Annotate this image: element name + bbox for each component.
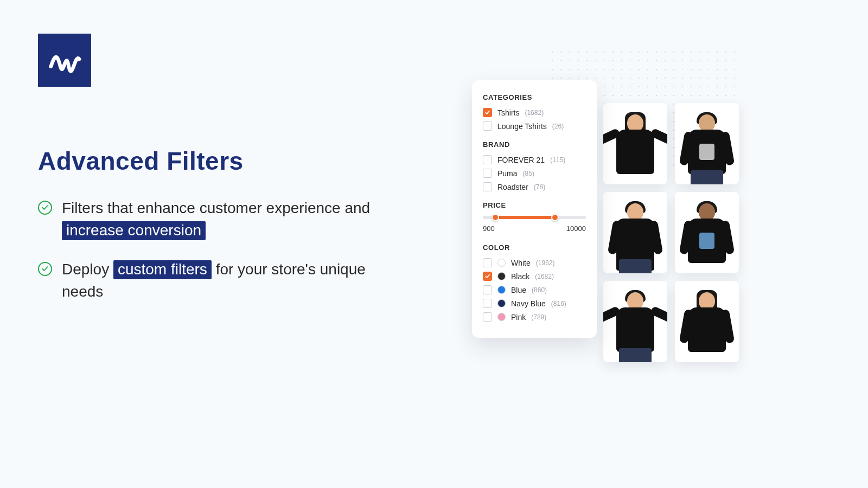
category-option[interactable]: Tshirts (1682) xyxy=(483,108,586,117)
product-grid xyxy=(603,103,739,362)
option-label: Lounge Tshirts xyxy=(497,122,547,131)
option-count: (1682) xyxy=(525,109,544,117)
product-card[interactable] xyxy=(603,103,667,184)
option-label: Tshirts xyxy=(497,108,519,117)
section-title-price: PRICE xyxy=(483,201,586,209)
color-option[interactable]: Blue (860) xyxy=(483,285,586,294)
bullet-item: Deploy custom filters for your store's u… xyxy=(38,259,385,303)
bullet-item: Filters that enhance customer experience… xyxy=(38,197,385,241)
brand-option[interactable]: FOREVER 21 (115) xyxy=(483,155,586,164)
option-count: (85) xyxy=(523,170,534,177)
color-swatch-icon xyxy=(497,299,506,307)
option-count: (1962) xyxy=(536,259,555,267)
option-label: Black xyxy=(511,272,529,281)
brand-options: FOREVER 21 (115) Puma (85) Roadster (78) xyxy=(483,155,586,191)
color-swatch-icon xyxy=(497,286,506,294)
option-count: (26) xyxy=(552,123,564,130)
page-title: Advanced Filters xyxy=(38,146,385,176)
filter-panel: CATEGORIES Tshirts (1682) Lounge Tshirts… xyxy=(472,80,597,338)
option-label: Pink xyxy=(511,313,526,322)
option-label: Blue xyxy=(511,286,526,294)
brand-logo xyxy=(38,34,91,87)
product-card[interactable] xyxy=(675,281,739,362)
color-swatch-icon xyxy=(497,313,506,321)
person-icon xyxy=(610,202,661,273)
option-count: (115) xyxy=(550,156,565,164)
price-max: 10000 xyxy=(566,224,586,233)
checkbox-icon[interactable] xyxy=(483,299,492,308)
checkbox-icon[interactable] xyxy=(483,272,492,281)
categories-options: Tshirts (1682) Lounge Tshirts (26) xyxy=(483,108,586,131)
person-icon xyxy=(681,291,732,362)
person-icon xyxy=(681,202,732,273)
checkbox-icon[interactable] xyxy=(483,155,492,164)
section-title-color: COLOR xyxy=(483,243,586,252)
highlight: custom filters xyxy=(113,260,212,279)
color-option[interactable]: Navy Blue (816) xyxy=(483,299,586,308)
slider-fill xyxy=(495,216,555,219)
option-label: FOREVER 21 xyxy=(497,156,545,164)
color-swatch-icon xyxy=(497,259,506,267)
color-option[interactable]: White (1962) xyxy=(483,258,586,267)
option-label: Navy Blue xyxy=(511,299,546,308)
checkbox-icon[interactable] xyxy=(483,182,492,191)
slider-handle-min[interactable] xyxy=(492,214,499,221)
option-label: Puma xyxy=(497,169,518,178)
product-card[interactable] xyxy=(675,192,739,273)
person-icon xyxy=(610,113,661,184)
color-option[interactable]: Pink (789) xyxy=(483,312,586,322)
check-circle-icon xyxy=(38,201,52,215)
option-count: (816) xyxy=(551,300,566,307)
checkbox-icon[interactable] xyxy=(483,285,492,294)
product-card[interactable] xyxy=(603,281,667,362)
checkbox-icon[interactable] xyxy=(483,169,492,178)
section-title-brand: BRAND xyxy=(483,140,586,149)
person-icon xyxy=(681,113,732,184)
price-slider[interactable] xyxy=(483,216,586,219)
highlight: increase conversion xyxy=(62,221,206,240)
checkbox-icon[interactable] xyxy=(483,312,492,322)
bullet-text: Filters that enhance customer experience… xyxy=(62,197,385,241)
color-swatch-icon xyxy=(497,272,506,280)
product-card[interactable] xyxy=(603,192,667,273)
slider-handle-max[interactable] xyxy=(551,214,559,221)
option-count: (789) xyxy=(531,313,546,321)
brand-option[interactable]: Puma (85) xyxy=(483,169,586,178)
option-label: White xyxy=(511,259,531,267)
category-option[interactable]: Lounge Tshirts (26) xyxy=(483,121,586,131)
color-option[interactable]: Black (1682) xyxy=(483,272,586,281)
wave-icon xyxy=(48,43,81,77)
option-label: Roadster xyxy=(497,183,528,191)
bullet-text: Deploy custom filters for your store's u… xyxy=(62,259,385,303)
price-min: 900 xyxy=(483,224,495,233)
option-count: (78) xyxy=(534,183,545,191)
checkbox-icon[interactable] xyxy=(483,121,492,131)
checkbox-icon[interactable] xyxy=(483,108,492,117)
brand-option[interactable]: Roadster (78) xyxy=(483,182,586,191)
checkbox-icon[interactable] xyxy=(483,258,492,267)
person-icon xyxy=(610,291,661,362)
product-card[interactable] xyxy=(675,103,739,184)
section-title-categories: CATEGORIES xyxy=(483,93,586,101)
check-circle-icon xyxy=(38,262,52,276)
option-count: (860) xyxy=(532,286,547,294)
option-count: (1682) xyxy=(535,273,554,280)
